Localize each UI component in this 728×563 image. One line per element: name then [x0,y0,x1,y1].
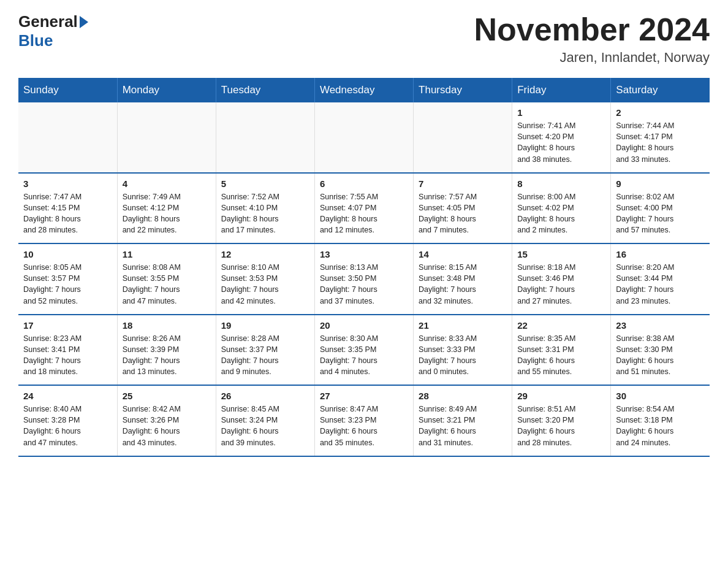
weekday-header-saturday: Saturday [611,78,710,102]
day-number: 3 [23,178,112,189]
day-info: Sunrise: 8:54 AM Sunset: 3:18 PM Dayligh… [616,404,705,448]
day-info: Sunrise: 8:05 AM Sunset: 3:57 PM Dayligh… [23,262,112,307]
day-number: 13 [320,249,408,259]
weekday-header-sunday: Sunday [18,78,117,102]
calendar-cell: 24Sunrise: 8:40 AM Sunset: 3:28 PM Dayli… [18,385,117,456]
calendar-cell: 2Sunrise: 7:44 AM Sunset: 4:17 PM Daylig… [611,102,710,173]
calendar-cell: 22Sunrise: 8:35 AM Sunset: 3:31 PM Dayli… [512,315,611,386]
header-right: November 2024 Jaren, Innlandet, Norway [474,12,710,66]
day-number: 24 [23,391,112,401]
calendar-cell: 28Sunrise: 8:49 AM Sunset: 3:21 PM Dayli… [414,385,512,456]
calendar-cell: 3Sunrise: 7:47 AM Sunset: 4:15 PM Daylig… [18,173,117,244]
weekday-header-thursday: Thursday [414,78,512,102]
day-info: Sunrise: 7:44 AM Sunset: 4:17 PM Dayligh… [616,120,705,165]
day-number: 2 [616,107,705,118]
day-number: 18 [123,320,211,331]
weekday-header-wednesday: Wednesday [314,78,413,102]
day-number: 7 [419,178,507,189]
day-number: 23 [616,320,705,331]
day-number: 17 [23,320,112,331]
calendar-cell: 19Sunrise: 8:28 AM Sunset: 3:37 PM Dayli… [216,315,314,386]
day-number: 26 [221,391,309,401]
day-info: Sunrise: 8:10 AM Sunset: 3:53 PM Dayligh… [221,262,309,307]
day-number: 11 [123,249,211,259]
calendar-cell: 25Sunrise: 8:42 AM Sunset: 3:26 PM Dayli… [117,385,216,456]
week-row-4: 17Sunrise: 8:23 AM Sunset: 3:41 PM Dayli… [18,315,710,386]
day-info: Sunrise: 8:26 AM Sunset: 3:39 PM Dayligh… [123,333,211,378]
day-info: Sunrise: 8:51 AM Sunset: 3:20 PM Dayligh… [517,404,605,448]
day-info: Sunrise: 7:41 AM Sunset: 4:20 PM Dayligh… [517,120,605,165]
day-info: Sunrise: 8:18 AM Sunset: 3:46 PM Dayligh… [517,262,605,307]
calendar-cell [216,102,314,173]
day-info: Sunrise: 8:45 AM Sunset: 3:24 PM Dayligh… [221,404,309,448]
calendar-cell: 20Sunrise: 8:30 AM Sunset: 3:35 PM Dayli… [314,315,413,386]
day-number: 14 [419,249,507,259]
day-number: 8 [517,178,605,189]
day-number: 6 [320,178,408,189]
logo: General Blue [18,12,90,50]
calendar-cell: 12Sunrise: 8:10 AM Sunset: 3:53 PM Dayli… [216,243,314,315]
day-number: 15 [517,249,605,259]
day-info: Sunrise: 8:49 AM Sunset: 3:21 PM Dayligh… [419,404,507,448]
calendar-cell: 16Sunrise: 8:20 AM Sunset: 3:44 PM Dayli… [611,243,710,315]
day-info: Sunrise: 8:38 AM Sunset: 3:30 PM Dayligh… [616,333,705,378]
weekday-header-tuesday: Tuesday [216,78,314,102]
calendar-cell: 11Sunrise: 8:08 AM Sunset: 3:55 PM Dayli… [117,243,216,315]
day-number: 5 [221,178,309,189]
logo-blue-text: Blue [18,31,53,50]
day-info: Sunrise: 8:30 AM Sunset: 3:35 PM Dayligh… [320,333,408,378]
calendar-cell: 4Sunrise: 7:49 AM Sunset: 4:12 PM Daylig… [117,173,216,244]
calendar-cell: 27Sunrise: 8:47 AM Sunset: 3:23 PM Dayli… [314,385,413,456]
day-info: Sunrise: 8:00 AM Sunset: 4:02 PM Dayligh… [517,191,605,236]
day-number: 16 [616,249,705,259]
calendar-cell: 10Sunrise: 8:05 AM Sunset: 3:57 PM Dayli… [18,243,117,315]
day-number: 21 [419,320,507,331]
calendar-table: SundayMondayTuesdayWednesdayThursdayFrid… [18,78,710,457]
day-info: Sunrise: 8:47 AM Sunset: 3:23 PM Dayligh… [320,404,408,448]
day-number: 29 [517,391,605,401]
day-info: Sunrise: 7:57 AM Sunset: 4:05 PM Dayligh… [419,191,507,236]
calendar-cell: 8Sunrise: 8:00 AM Sunset: 4:02 PM Daylig… [512,173,611,244]
day-number: 25 [123,391,211,401]
day-number: 30 [616,391,705,401]
day-info: Sunrise: 8:02 AM Sunset: 4:00 PM Dayligh… [616,191,705,236]
calendar-cell: 7Sunrise: 7:57 AM Sunset: 4:05 PM Daylig… [414,173,512,244]
weekday-header-friday: Friday [512,78,611,102]
calendar-cell: 5Sunrise: 7:52 AM Sunset: 4:10 PM Daylig… [216,173,314,244]
page-header: General Blue November 2024 Jaren, Innlan… [18,12,710,66]
day-number: 12 [221,249,309,259]
day-info: Sunrise: 8:23 AM Sunset: 3:41 PM Dayligh… [23,333,112,378]
calendar-cell [414,102,512,173]
day-info: Sunrise: 8:33 AM Sunset: 3:33 PM Dayligh… [419,333,507,378]
calendar-cell: 6Sunrise: 7:55 AM Sunset: 4:07 PM Daylig… [314,173,413,244]
logo-triangle-icon [80,16,88,28]
calendar-cell: 18Sunrise: 8:26 AM Sunset: 3:39 PM Dayli… [117,315,216,386]
calendar-cell [117,102,216,173]
day-number: 1 [517,107,605,118]
day-info: Sunrise: 8:13 AM Sunset: 3:50 PM Dayligh… [320,262,408,307]
day-info: Sunrise: 8:40 AM Sunset: 3:28 PM Dayligh… [23,404,112,448]
week-row-2: 3Sunrise: 7:47 AM Sunset: 4:15 PM Daylig… [18,173,710,244]
calendar-cell: 9Sunrise: 8:02 AM Sunset: 4:00 PM Daylig… [611,173,710,244]
calendar-cell: 17Sunrise: 8:23 AM Sunset: 3:41 PM Dayli… [18,315,117,386]
calendar-cell: 30Sunrise: 8:54 AM Sunset: 3:18 PM Dayli… [611,385,710,456]
week-row-5: 24Sunrise: 8:40 AM Sunset: 3:28 PM Dayli… [18,385,710,456]
day-info: Sunrise: 7:55 AM Sunset: 4:07 PM Dayligh… [320,191,408,236]
day-number: 22 [517,320,605,331]
day-info: Sunrise: 8:35 AM Sunset: 3:31 PM Dayligh… [517,333,605,378]
weekday-header-monday: Monday [117,78,216,102]
day-number: 10 [23,249,112,259]
day-number: 4 [123,178,211,189]
week-row-3: 10Sunrise: 8:05 AM Sunset: 3:57 PM Dayli… [18,243,710,315]
day-number: 28 [419,391,507,401]
day-info: Sunrise: 7:47 AM Sunset: 4:15 PM Dayligh… [23,191,112,236]
month-title: November 2024 [474,12,710,47]
day-info: Sunrise: 8:08 AM Sunset: 3:55 PM Dayligh… [123,262,211,307]
calendar-cell [18,102,117,173]
calendar-cell: 21Sunrise: 8:33 AM Sunset: 3:33 PM Dayli… [414,315,512,386]
day-number: 9 [616,178,705,189]
weekday-header-row: SundayMondayTuesdayWednesdayThursdayFrid… [18,78,710,102]
day-number: 27 [320,391,408,401]
location: Jaren, Innlandet, Norway [474,50,710,66]
week-row-1: 1Sunrise: 7:41 AM Sunset: 4:20 PM Daylig… [18,102,710,173]
